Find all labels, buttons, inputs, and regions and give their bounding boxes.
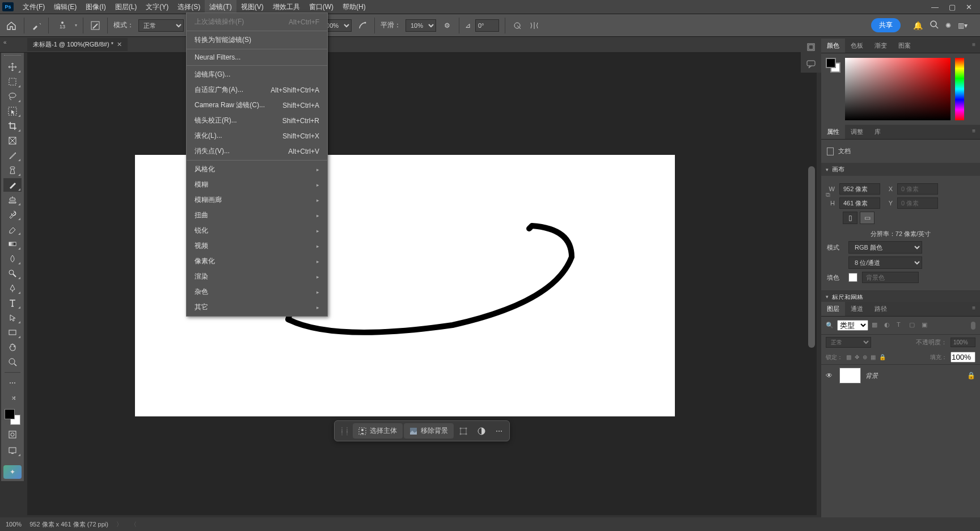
pressure-size-icon[interactable] [511, 19, 523, 32]
lock-nested-icon[interactable]: ⊕ [863, 354, 867, 360]
menu-sharpen[interactable]: 锐化▸ [187, 223, 327, 238]
tab-layers[interactable]: 图层 [821, 302, 845, 316]
gradient-tool[interactable] [3, 237, 22, 251]
menu-last-filter[interactable]: 上次滤镜操作(F)Alt+Ctrl+F [187, 14, 327, 30]
comments-panel-icon[interactable] [801, 56, 821, 73]
tool-preset-picker[interactable] [30, 19, 43, 32]
tab-swatches[interactable]: 色板 [845, 39, 869, 53]
tab-patterns[interactable]: 图案 [893, 39, 916, 53]
transform-icon[interactable] [455, 424, 472, 438]
menu-liquify[interactable]: 液化(L)...Shift+Ctrl+X [187, 128, 327, 144]
menu-pixelate[interactable]: 像素化▸ [187, 254, 327, 269]
menu-filter[interactable]: 滤镜(T) [205, 0, 236, 14]
menu-view[interactable]: 视图(V) [236, 0, 268, 14]
history-panel-icon[interactable] [801, 39, 821, 56]
menu-convert-smart-filter[interactable]: 转换为智能滤镜(S) [187, 32, 327, 48]
canvas-section-header[interactable]: 画布 [821, 163, 980, 176]
fill-color-swatch[interactable] [848, 273, 858, 282]
layer-visibility-icon[interactable]: 👁 [826, 372, 835, 380]
blend-mode-select[interactable]: 正常 [138, 19, 184, 32]
brush-settings-icon[interactable] [89, 19, 102, 32]
tab-color[interactable]: 颜色 [821, 39, 845, 53]
search-icon[interactable] [930, 20, 939, 31]
clone-stamp-tool[interactable] [3, 193, 22, 206]
hand-tool[interactable] [3, 340, 22, 354]
layers-panel-menu-icon[interactable]: ≡ [968, 302, 980, 316]
tab-channels[interactable]: 通道 [845, 302, 869, 316]
tab-gradients[interactable]: 渐变 [869, 39, 893, 53]
lock-all-icon[interactable]: 🔒 [879, 354, 886, 360]
vertical-scrollbar[interactable] [808, 53, 816, 515]
bell-icon[interactable]: 🔔 [913, 21, 923, 30]
minimize-button[interactable]: — [931, 3, 939, 11]
status-arrow-icon[interactable]: 〉 [116, 520, 122, 529]
brush-tool[interactable] [3, 178, 22, 192]
layer-lock-icon[interactable]: 🔒 [967, 372, 975, 380]
angle-input[interactable] [475, 19, 499, 32]
color-panel-swatch[interactable] [826, 58, 840, 73]
link-dimension-icon[interactable]: ⧉ [826, 191, 830, 199]
menu-noise[interactable]: 杂色▸ [187, 284, 327, 300]
props-panel-menu-icon[interactable]: ≡ [968, 125, 980, 139]
eraser-tool[interactable] [3, 222, 22, 236]
menu-filter-gallery[interactable]: 滤镜库(G)... [187, 67, 327, 82]
menu-neural-filters[interactable]: Neural Filters... [187, 50, 327, 64]
menu-camera-raw[interactable]: Camera Raw 滤镜(C)...Shift+Ctrl+A [187, 98, 327, 113]
filter-adjustment-icon[interactable]: ◐ [884, 321, 893, 330]
smoothing-select[interactable]: 10% [405, 19, 436, 32]
lock-pixels-icon[interactable]: ▩ [846, 354, 851, 360]
fill-opacity-input[interactable] [951, 352, 975, 363]
document-tab[interactable]: 未标题-1 @ 100%(RGB/8#) * ✕ [27, 38, 128, 51]
filter-type-icon[interactable]: T [897, 321, 906, 330]
lock-artboard-icon[interactable]: ▦ [871, 354, 876, 360]
landscape-button[interactable]: ▭ [860, 212, 875, 224]
marquee-tool[interactable] [3, 75, 22, 88]
color-panel-menu-icon[interactable]: ≡ [968, 39, 980, 53]
maximize-button[interactable]: ▢ [949, 3, 956, 11]
edit-toolbar[interactable]: ⋯ [3, 376, 22, 390]
zoom-tool[interactable] [3, 355, 22, 369]
workspace-icon[interactable]: ▥▾ [958, 22, 968, 30]
healing-brush-tool[interactable] [3, 163, 22, 177]
move-tool[interactable] [3, 60, 22, 74]
remove-background-button[interactable]: 移除背景 [404, 423, 454, 439]
crop-tool[interactable] [3, 119, 22, 133]
menu-blur-gallery[interactable]: 模糊画廊▸ [187, 192, 327, 208]
menu-render[interactable]: 渲染▸ [187, 269, 327, 284]
layer-name[interactable]: 背景 [865, 372, 962, 380]
filter-toggle[interactable] [971, 322, 975, 330]
blur-tool[interactable] [3, 252, 22, 266]
eyedropper-tool[interactable] [3, 149, 22, 162]
menu-other[interactable]: 其它▸ [187, 300, 327, 315]
cloud-connect-icon[interactable]: ✺ [945, 22, 951, 30]
layer-filter-kind[interactable]: 类型 [837, 320, 868, 331]
select-subject-button[interactable]: 选择主体 [353, 423, 403, 439]
height-input[interactable] [839, 197, 880, 209]
portrait-button[interactable]: ▯ [843, 212, 858, 224]
quick-mask-icon[interactable] [3, 428, 22, 441]
foreground-background-colors[interactable] [3, 408, 22, 426]
filter-shape-icon[interactable]: ▢ [909, 321, 918, 330]
menu-vanishing-point[interactable]: 消失点(V)...Alt+Ctrl+V [187, 144, 327, 159]
tab-close-icon[interactable]: ✕ [117, 41, 122, 48]
home-icon[interactable] [5, 19, 18, 32]
opacity-input[interactable] [951, 338, 975, 347]
color-mode-select[interactable]: RGB 颜色 [848, 241, 922, 254]
history-brush-tool[interactable] [3, 208, 22, 221]
menu-file[interactable]: 文件(F) [18, 0, 49, 14]
panels-expand-left-icon[interactable]: « [3, 39, 7, 45]
tab-paths[interactable]: 路径 [869, 302, 893, 316]
frame-tool[interactable] [3, 134, 22, 148]
layer-blend-mode[interactable]: 正常 [826, 337, 871, 348]
menu-image[interactable]: 图像(I) [81, 0, 110, 14]
dodge-tool[interactable] [3, 267, 22, 280]
menu-type[interactable]: 文字(Y) [141, 0, 173, 14]
menu-layer[interactable]: 图层(L) [111, 0, 142, 14]
screen-mode-icon[interactable] [3, 444, 22, 457]
menu-stylize[interactable]: 风格化▸ [187, 162, 327, 177]
taskbar-grip[interactable]: ⋮⋮⋮⋮⋮⋮ [337, 428, 352, 433]
color-fg[interactable] [826, 58, 836, 68]
layer-filter-search-icon[interactable]: 🔍 [826, 322, 834, 329]
color-field[interactable] [845, 58, 951, 120]
path-selection-tool[interactable] [3, 311, 22, 324]
